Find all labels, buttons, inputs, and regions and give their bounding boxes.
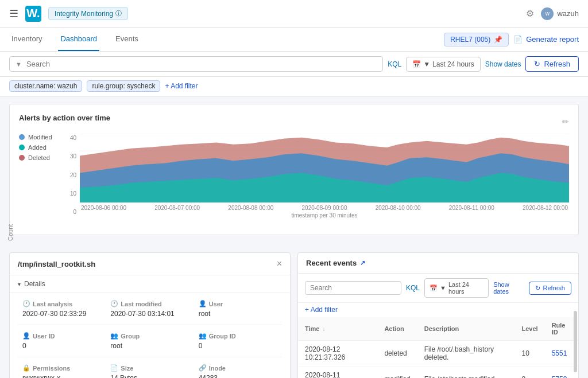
file-panel: /tmp/install_rootkit.sh × ▾ Details 🕐 La…	[9, 252, 291, 378]
edit-icon[interactable]: ✏	[562, 117, 569, 126]
events-refresh-button[interactable]: ↻ Refresh	[529, 282, 571, 295]
col-level: Level	[514, 317, 544, 341]
cell-action: deleted	[377, 341, 417, 367]
events-kql-button[interactable]: KQL	[406, 284, 420, 292]
cell-time: 2020-08-11 08:41:31.274	[298, 367, 377, 379]
legend-deleted: Deleted	[19, 154, 59, 161]
filter-tag-cluster[interactable]: cluster.name: wazuh	[9, 80, 82, 92]
link-icon: 🔗	[199, 364, 207, 372]
time-range-value: Last 24 hours	[432, 60, 474, 68]
events-search-input[interactable]	[305, 281, 401, 295]
lock-icon: 🔒	[22, 364, 30, 372]
deleted-dot	[19, 155, 25, 161]
chart-title: Alerts by action over time	[19, 114, 110, 122]
username: wazuh	[557, 9, 579, 18]
x-axis-label: timestamp per 30 minutes	[80, 212, 569, 219]
generate-report-button[interactable]: 📄 Generate report	[513, 35, 579, 44]
clock-icon: 🕐	[22, 300, 30, 307]
chart-legend: Modified Added Deleted	[19, 134, 59, 225]
pin-icon: 📌	[494, 36, 502, 44]
close-button[interactable]: ×	[277, 259, 282, 269]
events-header: Recent events ↗	[298, 253, 578, 274]
bottom-panels: /tmp/install_rootkit.sh × ▾ Details 🕐 La…	[9, 252, 579, 378]
agent-badge[interactable]: RHEL7 (005) 📌	[444, 33, 509, 46]
rule-id-link[interactable]: 5758	[552, 375, 567, 378]
user-icon: 👤	[199, 300, 207, 307]
legend-modified: Modified	[19, 134, 59, 141]
detail-inode: 🔗 Inode 44283	[194, 357, 282, 378]
rule-id-link[interactable]: 5551	[552, 349, 567, 357]
show-dates-button[interactable]: Show dates	[485, 60, 521, 68]
file-panel-header: /tmp/install_rootkit.sh ×	[10, 253, 290, 275]
module-label: Integrity Monitoring	[55, 10, 113, 18]
logo: W.	[25, 6, 41, 22]
user-section[interactable]: w wazuh	[541, 7, 579, 20]
details-toggle[interactable]: ▾ Details	[10, 275, 290, 293]
group2-icon: 👥	[199, 332, 207, 340]
module-badge: Integrity Monitoring ⓘ	[48, 7, 128, 20]
add-filter-row: + Add filter	[298, 303, 578, 317]
y-axis-label: Count	[7, 224, 14, 241]
report-icon: 📄	[513, 35, 523, 44]
nav-tabs: Inventory Dashboard Events RHEL7 (005) 📌…	[0, 28, 588, 52]
tab-inventory[interactable]: Inventory	[9, 28, 44, 51]
filters-row: cluster.name: wazuh rule.group: syscheck…	[0, 77, 588, 97]
refresh-button[interactable]: ↻ Refresh	[525, 56, 579, 72]
agent-name: RHEL7 (005)	[450, 36, 490, 44]
file-panel-title: /tmp/install_rootkit.sh	[18, 260, 95, 268]
cell-level: 8	[514, 367, 544, 379]
col-time[interactable]: Time ↓	[298, 317, 377, 341]
gear-icon[interactable]: ⚙	[526, 8, 534, 19]
detail-last-analysis: 🕐 Last analysis 2020-07-30 02:33:29	[18, 293, 106, 325]
events-table: Time ↓ Action Description Level Rule ID …	[298, 317, 578, 378]
refresh-icon: ↻	[534, 60, 540, 68]
tab-events[interactable]: Events	[113, 28, 141, 51]
clock2-icon: 🕐	[110, 300, 118, 307]
kql-button[interactable]: KQL	[388, 60, 401, 68]
topbar: ☰ W. Integrity Monitoring ⓘ ⚙ w wazuh	[0, 0, 588, 28]
cell-description: File /etc/hosts modified.	[417, 367, 515, 379]
chart-area: Modified Added Deleted 403020100	[19, 134, 569, 225]
legend-added: Added	[19, 144, 59, 151]
hamburger-icon[interactable]: ☰	[9, 7, 18, 20]
added-dot	[19, 145, 25, 150]
detail-size: 📄 Size 14 Bytes	[106, 357, 194, 378]
detail-last-modified: 🕐 Last modified 2020-07-30 03:14:01	[106, 293, 194, 325]
avatar: w	[541, 7, 554, 20]
cell-level: 10	[514, 341, 544, 367]
table-row: 2020-08-11 08:41:31.274 modified File /e…	[298, 367, 578, 379]
cell-action: modified	[377, 367, 417, 379]
tab-dashboard[interactable]: Dashboard	[58, 28, 99, 51]
scrollbar[interactable]	[574, 310, 577, 378]
add-filter-button[interactable]: + Add filter	[165, 82, 198, 90]
user2-icon: 👤	[22, 332, 30, 340]
search-input[interactable]	[26, 60, 377, 68]
events-calendar-icon: 📅	[430, 285, 438, 292]
info-icon: ⓘ	[115, 9, 122, 18]
filter-tag-rule[interactable]: rule.group: syscheck	[87, 80, 160, 92]
events-show-dates-button[interactable]: Show dates	[493, 281, 524, 295]
modified-dot	[19, 134, 25, 140]
main-content: Alerts by action over time ✏ Modified Ad…	[0, 97, 588, 378]
chevron-down-icon: ▾	[18, 281, 21, 287]
search-dropdown-icon[interactable]: ▼	[16, 61, 22, 68]
events-search-bar: KQL 📅 ▼ Last 24 hours Show dates ↻ Refre…	[298, 274, 578, 303]
external-link-icon[interactable]: ↗	[360, 259, 365, 267]
events-add-filter-button[interactable]: + Add filter	[305, 306, 338, 314]
search-input-wrapper[interactable]: ▼	[9, 56, 383, 72]
sort-icon-time: ↓	[323, 326, 326, 332]
detail-group: 👥 Group root	[106, 325, 194, 357]
events-refresh-icon: ↻	[535, 285, 540, 292]
detail-group-id: 👥 Group ID 0	[194, 325, 282, 357]
time-picker[interactable]: 📅 ▼ Last 24 hours	[406, 57, 481, 72]
events-time-picker[interactable]: 📅 ▼ Last 24 hours	[424, 278, 489, 298]
group-icon: 👥	[110, 332, 118, 340]
nav-right: RHEL7 (005) 📌 📄 Generate report	[444, 33, 579, 46]
cell-description: File /root/.bash_history deleted.	[417, 341, 515, 367]
table-row: 2020-08-12 10:21:37.326 deleted File /ro…	[298, 341, 578, 367]
events-panel: Recent events ↗ KQL 📅 ▼ Last 24 hours Sh…	[297, 252, 579, 378]
detail-user-id: 👤 User ID 0	[18, 325, 106, 357]
cell-time: 2020-08-12 10:21:37.326	[298, 341, 377, 367]
events-title: Recent events ↗	[306, 259, 365, 267]
chart-container: 403020100	[66, 134, 569, 225]
